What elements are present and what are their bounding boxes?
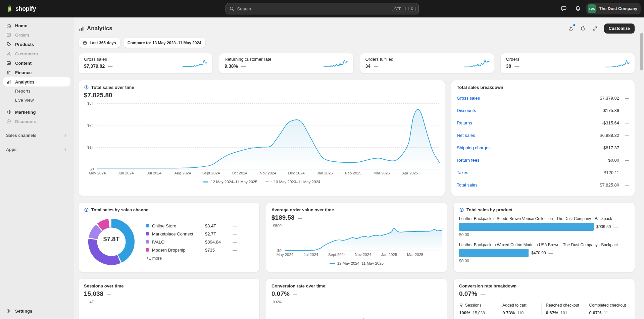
metric-value: -$175.86	[602, 108, 619, 113]
x-axis-label: Mar 2025	[407, 253, 424, 257]
date-range-filter[interactable]: Last 365 days	[79, 38, 120, 48]
sidebar-item-discounts[interactable]: Discounts	[3, 117, 70, 126]
metric-link[interactable]: Return fees	[457, 158, 608, 163]
sidebar-item-reports[interactable]: Reports	[3, 87, 70, 96]
x-axis: May 2024Jun 2024Jul 2024Aug 2024Sept 202…	[97, 171, 439, 176]
metric-delta: —	[619, 108, 629, 113]
product-value: $909.50	[596, 224, 611, 229]
product-bar[interactable]	[459, 223, 594, 231]
info-icon[interactable]	[84, 85, 89, 90]
sidebar-item-home[interactable]: Home	[3, 21, 70, 30]
compare-filter[interactable]: Compare to: 13 May 2023–11 May 2024	[123, 38, 205, 48]
scrollbar[interactable]	[640, 17, 643, 319]
channel-value: $894.84	[205, 240, 233, 245]
metric-link[interactable]: Discounts	[457, 108, 602, 113]
y-axis-label: $0	[90, 167, 94, 171]
kpi-card-orders-fulfilled[interactable]: Orders fulfilled 34—	[360, 53, 494, 73]
card-title: Conversion rate over time	[271, 283, 325, 288]
sidebar-item-live-view[interactable]: Live View	[3, 96, 70, 105]
bottom-row: Sessions over time 15,038— 4T Conversion…	[79, 279, 635, 319]
sidebar-item-products[interactable]: Products	[3, 40, 70, 49]
metric-link[interactable]: Shipping charges	[457, 145, 603, 150]
card-delta: —	[107, 292, 111, 297]
product-bar[interactable]	[459, 249, 529, 257]
analytics-bars-icon	[6, 79, 12, 85]
funnel-step-label: Sessions	[465, 303, 482, 308]
metric-value: -$315.64	[602, 120, 619, 125]
info-icon[interactable]	[459, 207, 464, 212]
metric-link[interactable]: Total sales	[457, 182, 600, 188]
channel-legend-item: Online Store$3.4T—	[146, 223, 253, 228]
breakdown-rows: Gross sales$7,379.82—Discounts-$175.86—R…	[457, 92, 629, 191]
kbd-ctrl: CTRL	[392, 6, 406, 12]
page-header: Analytics Customize	[79, 22, 635, 35]
y-axis: $500$0	[271, 226, 285, 251]
sidebar-item-customers[interactable]: Customers	[3, 49, 70, 58]
product-delta: —	[549, 251, 553, 256]
notifications-bell-button[interactable]	[572, 3, 584, 14]
sessions-over-time-svg	[97, 302, 254, 319]
y-axis-label: 4T	[90, 300, 94, 304]
kpi-card-orders[interactable]: Orders 38—	[501, 53, 635, 73]
shopify-logo[interactable]: S shopify	[5, 4, 76, 13]
metric-link[interactable]: Taxes	[457, 170, 604, 175]
funnel-pct: 0.73%	[502, 310, 515, 315]
kpi-card-gross-sales[interactable]: Gross sales $7,379.82—	[79, 53, 212, 73]
home-icon	[6, 23, 12, 28]
legend-item: 12 May 2024–11 May 2025	[203, 180, 257, 184]
sidebar-item-finance[interactable]: Finance	[3, 68, 70, 77]
kpi-delta: —	[241, 64, 246, 69]
scrollbar-thumb[interactable]	[640, 33, 643, 70]
channel-legend-item: Marketplace Connect$2.7T—	[146, 231, 253, 236]
sidebar-section-apps[interactable]: Apps	[3, 145, 70, 154]
sidebar-item-label: Products	[15, 42, 34, 47]
metric-link[interactable]: Gross sales	[457, 96, 600, 101]
global-search[interactable]: CTRL K	[226, 3, 419, 14]
channel-label: IVALO	[152, 240, 205, 245]
x-axis-label: Mar 2025	[374, 171, 390, 175]
store-name: The Dust Company	[599, 6, 637, 11]
inbox-chat-button[interactable]	[558, 3, 569, 14]
sidebar-item-settings[interactable]: Settings	[3, 306, 70, 316]
channel-delta: —	[233, 223, 237, 228]
y-axis-label: $3T	[87, 101, 94, 105]
kpi-card-returning-customer-rate[interactable]: Returning customer rate 9.38%—	[219, 53, 353, 73]
search-input[interactable]	[237, 6, 390, 11]
refresh-data-button[interactable]	[578, 23, 588, 34]
sidebar-item-marketing[interactable]: Marketing	[3, 107, 70, 117]
sidebar-section-sales-channels[interactable]: Sales channels	[3, 131, 70, 140]
legend-swatch-solid	[330, 263, 335, 264]
sidebar-item-label: Discounts	[15, 119, 36, 124]
info-icon[interactable]	[84, 207, 89, 212]
show-more-channels-link[interactable]: +1 more	[146, 256, 253, 261]
x-axis-label: Jun 2024	[118, 171, 134, 175]
card-title: Total sales by sales channel	[91, 207, 150, 212]
metric-delta: —	[619, 145, 629, 150]
product-link[interactable]: Leather Backpack In Waxed Cotton Made in…	[459, 243, 629, 247]
card-title: Conversion rate breakdown	[459, 283, 516, 288]
share-insights-button[interactable]	[566, 23, 576, 34]
average-order-value-card: Average order value over time $189.58— $…	[266, 203, 447, 272]
kpi-value: $7,379.82	[84, 63, 105, 69]
store-menu[interactable]: TDC The Dust Company	[586, 3, 641, 14]
metric-value: $0.00	[608, 158, 619, 163]
fullscreen-button[interactable]	[590, 23, 600, 34]
sidebar-item-orders[interactable]: Orders	[3, 30, 70, 40]
funnel-pct: 100%	[459, 310, 470, 315]
topbar: S shopify CTRL K TDC The Dust Company	[0, 0, 644, 17]
customize-button[interactable]: Customize	[604, 23, 635, 34]
sparkline-chart	[605, 59, 629, 68]
channel-label: Online Store	[152, 223, 205, 228]
calendar-icon	[83, 41, 87, 45]
funnel-count: 101	[560, 311, 567, 315]
product-link[interactable]: Leather Backpack in Suede Brown Venice C…	[459, 216, 629, 221]
metric-value: $120.11	[604, 170, 619, 175]
expand-icon	[592, 26, 598, 31]
sidebar-item-content[interactable]: Content	[3, 58, 70, 68]
x-axis-label: May 2024	[277, 253, 294, 257]
metric-link[interactable]: Returns	[457, 120, 602, 125]
sidebar-item-analytics[interactable]: Analytics	[3, 77, 70, 87]
card-delta: —	[293, 292, 297, 297]
metric-delta: —	[619, 170, 629, 175]
metric-link[interactable]: Net sales	[457, 133, 600, 138]
